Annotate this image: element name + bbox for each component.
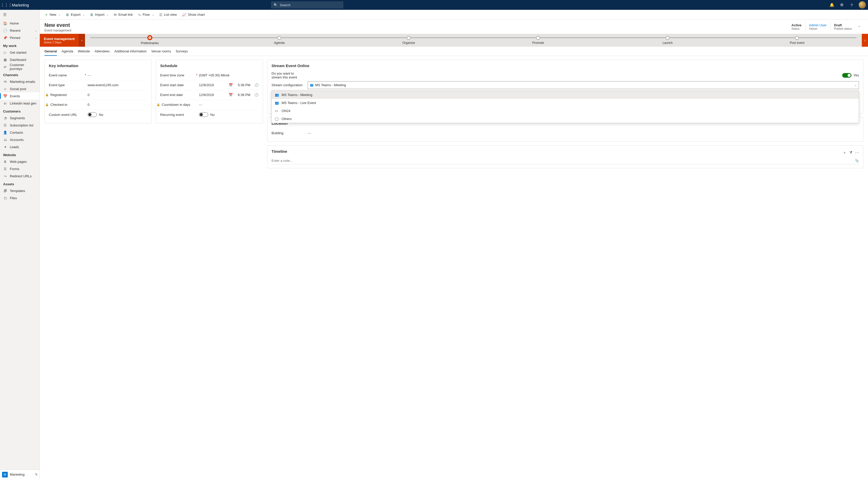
event-name-field[interactable]: --- xyxy=(88,73,147,77)
sidebar-item[interactable]: ↪Redirect URLs xyxy=(0,172,39,180)
bpf-step[interactable]: Preliminaries xyxy=(85,36,214,45)
timeline-more-icon[interactable]: ⋯ xyxy=(855,150,859,155)
dropdown-option[interactable]: ◯Others xyxy=(272,115,859,123)
command-button[interactable]: ∿Flow⌄ xyxy=(136,11,156,19)
command-button[interactable]: ＋New⌄ xyxy=(42,11,63,19)
command-button[interactable]: 🗎Export⌄ xyxy=(64,11,87,19)
area-chevron-icon[interactable]: ⇅ xyxy=(35,473,37,476)
clock-icon[interactable]: 🕘 xyxy=(254,93,258,97)
recurring-toggle[interactable] xyxy=(199,112,208,117)
sidebar-item[interactable]: 📌Pinned⌄ xyxy=(0,34,39,41)
start-time-field[interactable]: 5:36 PM xyxy=(235,83,250,87)
command-icon: ✉ xyxy=(114,13,117,17)
timeline-note-input[interactable] xyxy=(272,159,855,163)
sidebar-group-header: Channels xyxy=(0,70,39,78)
area-switcher[interactable]: M Marketing ⇅ xyxy=(0,470,39,479)
end-time-field[interactable]: 6:36 PM xyxy=(235,93,250,97)
settings-icon[interactable]: ⚙ xyxy=(838,1,846,9)
chevron-down-icon: ⌄ xyxy=(83,13,85,16)
form-tab[interactable]: Additional information xyxy=(115,49,147,56)
form-tab[interactable]: General xyxy=(44,49,57,56)
page-header: New event Event management ActiveStatusA… xyxy=(40,20,868,34)
sidebar-item[interactable]: 🕘Recent⌄ xyxy=(0,27,39,34)
sidebar-item[interactable]: 👤Contacts xyxy=(0,129,39,136)
notifications-icon[interactable]: 🔔 xyxy=(828,1,836,9)
sidebar-group-header: Website xyxy=(0,150,39,158)
bpf-step[interactable]: Post event xyxy=(733,36,862,45)
header-field[interactable]: DraftPublish status xyxy=(830,22,855,31)
form-tab[interactable]: Agenda xyxy=(61,49,73,56)
sidebar-item[interactable]: 🗀Files xyxy=(0,194,39,202)
nav-icon: ✉ xyxy=(3,80,7,83)
command-icon: 📈 xyxy=(182,13,186,17)
bpf-step[interactable]: Promote xyxy=(473,36,603,45)
sidebar-item[interactable]: ☰Subscription list xyxy=(0,122,39,129)
sidebar-item[interactable]: ⇄Customer journeys xyxy=(0,63,39,70)
calendar-icon[interactable]: 📅 xyxy=(228,93,233,97)
stream-config-dropdown[interactable]: 👥 MS Teams - Meeting ⌄ xyxy=(308,81,859,89)
sidebar-item[interactable]: ▦Dashboard xyxy=(0,56,39,63)
calendar-icon[interactable]: 📅 xyxy=(228,83,233,87)
bpf-step[interactable]: Organize xyxy=(344,36,473,45)
bpf-step[interactable]: Launch xyxy=(603,36,733,45)
end-date-field[interactable]: 12/9/2019 xyxy=(199,93,226,97)
sidebar-item[interactable]: ▷Get started xyxy=(0,49,39,56)
form-tab[interactable]: Venue rooms xyxy=(151,49,171,56)
start-date-field[interactable]: 12/9/2019 xyxy=(199,83,226,87)
sidebar-item[interactable]: 🗂Accounts xyxy=(0,136,39,143)
app-launcher-icon[interactable]: ⋮⋮⋮ xyxy=(2,1,10,9)
bpf-active-stage[interactable]: Event management Active 2 Days xyxy=(40,34,79,47)
required-icon: * xyxy=(196,73,197,77)
help-icon[interactable]: ? xyxy=(847,1,856,9)
sidebar-item[interactable]: 🗎Web pages xyxy=(0,158,39,165)
command-button[interactable]: ☰List view xyxy=(157,11,179,19)
option-icon: ◯ xyxy=(275,117,279,121)
sidebar-item[interactable]: 🏠Home xyxy=(0,20,39,27)
main-area: ＋New⌄🗎Export⌄🗎Import⌄✉Email link∿Flow⌄☰L… xyxy=(40,10,868,479)
header-expand-icon[interactable]: ⌄ xyxy=(855,22,863,29)
form-tab[interactable]: Attendees xyxy=(95,49,110,56)
form-tab[interactable]: Website xyxy=(78,49,90,56)
command-button[interactable]: 📈Show chart xyxy=(180,11,207,19)
sidebar-item[interactable]: 📅Events xyxy=(0,92,39,100)
sidebar-item[interactable]: inLinkedIn lead gen xyxy=(0,100,39,107)
custom-url-toggle[interactable] xyxy=(88,112,97,117)
building-field[interactable]: --- xyxy=(308,131,859,135)
sidebar-toggle[interactable]: ☰ xyxy=(0,10,39,20)
bpf-step[interactable]: Agenda xyxy=(214,36,344,45)
header-field[interactable]: ActiveStatus xyxy=(788,22,805,31)
bpf-next-arrow[interactable]: › xyxy=(862,34,868,47)
countdown-value: --- xyxy=(199,103,258,107)
timeline-filter-icon[interactable]: ⧩ xyxy=(849,150,852,155)
sidebar-item[interactable]: ☰Forms xyxy=(0,165,39,172)
event-type-field[interactable]: www.event1245.com xyxy=(88,83,147,87)
nav-icon: 🗀 xyxy=(3,196,7,200)
sidebar-item[interactable]: ◔Segments xyxy=(0,114,39,122)
timezone-field[interactable]: (GMT +05:30) Minsk xyxy=(199,73,258,77)
dropdown-option[interactable]: 👥MS Teams - Live Event xyxy=(272,99,859,107)
nav-icon: 🗎 xyxy=(3,160,7,164)
attachment-icon[interactable]: 📎 xyxy=(855,159,859,163)
command-button[interactable]: ✉Email link xyxy=(112,11,135,19)
step-dot-icon xyxy=(277,36,281,40)
command-button[interactable]: 🗎Import⌄ xyxy=(88,11,111,19)
search-input[interactable] xyxy=(280,3,341,7)
timeline-add-icon[interactable]: ＋ xyxy=(843,150,846,155)
sidebar-group-header: Assets xyxy=(0,180,39,187)
header-field[interactable]: Admin UserOwner xyxy=(805,22,830,31)
sidebar-item[interactable]: ☺Social post xyxy=(0,85,39,92)
bpf-prev-arrow[interactable]: ‹ xyxy=(79,34,85,47)
sidebar-item[interactable]: ✉Marketing emails xyxy=(0,78,39,85)
form-tab[interactable]: Surveys xyxy=(176,49,188,56)
step-dot-icon xyxy=(665,36,670,40)
sidebar-item[interactable]: ✦Leads xyxy=(0,143,39,150)
dropdown-option[interactable]: ▭ON24 xyxy=(272,107,859,115)
clock-icon[interactable]: 🕘 xyxy=(254,83,258,87)
stream-toggle[interactable] xyxy=(842,73,851,78)
search-box[interactable]: 🔍 xyxy=(271,1,343,8)
sidebar-item[interactable]: 🗐Templates xyxy=(0,187,39,194)
dropdown-option[interactable]: 👥MS Teams - Meeting xyxy=(272,91,859,99)
user-avatar[interactable] xyxy=(859,1,866,8)
chevron-down-icon: ⌄ xyxy=(58,13,60,16)
command-icon: 🗎 xyxy=(66,13,69,17)
